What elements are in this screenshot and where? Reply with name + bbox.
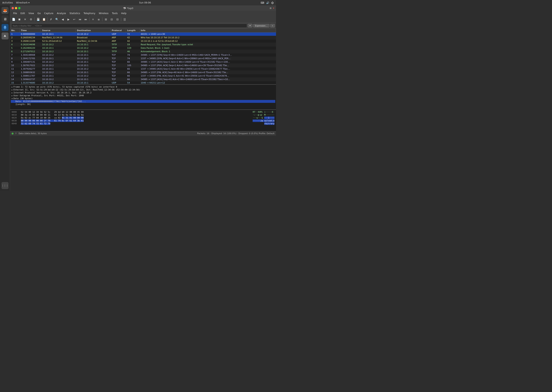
cell-dst: 10.10.10.1: [76, 53, 111, 57]
menu-telephony[interactable]: Telephony: [82, 12, 97, 15]
cell-no: 11: [10, 67, 20, 70]
detail-length-text: [Length: 30]: [15, 103, 31, 105]
app-menu-btn[interactable]: Wireshark ▾: [16, 1, 30, 4]
table-row[interactable]: 101.30791702210.10.10.210.10.10.1TCP1053…: [10, 64, 276, 67]
menu-tools[interactable]: Tools: [110, 12, 119, 15]
menu-view[interactable]: View: [27, 12, 35, 15]
packet-list-header: No. Time Source Destination Protocol Len…: [10, 29, 276, 33]
table-row[interactable]: 60.27158701210.10.10.210.10.10.1TFTP46Ac…: [10, 50, 276, 53]
detail-udp[interactable]: ▶ User Datagram Protocol, Src Port: 4415…: [11, 94, 275, 97]
table-row[interactable]: 50.26248422010.10.10.110.10.10.2TFTP119D…: [10, 46, 276, 50]
cell-time: 1.304148908: [20, 53, 41, 57]
toolbar-export[interactable]: 📋: [41, 17, 47, 22]
menu-go[interactable]: Go: [36, 12, 42, 15]
cell-src: 10.10.10.1: [41, 74, 76, 77]
sidebar-icon-terminal[interactable]: 🖥: [1, 15, 8, 22]
cell-src: 10.10.10.1: [41, 33, 76, 36]
packet-detail: ▶ Frame 1: 72 bytes on wire (576 bits), …: [10, 85, 276, 110]
cell-no: 13: [10, 74, 20, 77]
table-row[interactable]: 71.30414890810.10.10.210.10.10.1TCP74349…: [10, 53, 276, 57]
table-row[interactable]: 121.30889363210.10.10.210.10.10.1TCP6634…: [10, 71, 276, 74]
cell-proto: TCP: [111, 53, 126, 57]
cell-info: 34985 → 1337 [FIN, ACK] Seq=40 Ack=1 Win…: [140, 71, 276, 74]
toolbar-zoom-in[interactable]: ⊟: [109, 17, 114, 22]
cell-len: 46: [126, 50, 140, 53]
detail-ethernet[interactable]: ▶ Ethernet II, Src: 52:5c:29:bd:b9:12 (5…: [11, 88, 275, 91]
toolbar-first-packet[interactable]: ⏮: [77, 17, 83, 22]
detail-data[interactable]: ▼ Data (30 bytes): [11, 97, 275, 100]
add-filter-button[interactable]: +: [270, 24, 275, 28]
menubar: File Edit View Go Capture Analyze Statis…: [10, 11, 276, 16]
cell-src: 10.10.10.1: [41, 57, 76, 60]
filter-input[interactable]: [11, 24, 247, 28]
menu-analyze[interactable]: Analyze: [55, 12, 67, 15]
hex-offset-1: 0010: [12, 114, 18, 116]
toolbar-find-packet[interactable]: 🔍: [54, 17, 60, 22]
hex-line-4: 0040 72 62 69 74 72 61 72 79 rbitrary: [12, 122, 274, 125]
menu-wireless[interactable]: Wireless: [97, 12, 110, 15]
detail-frame[interactable]: ▶ Frame 1: 72 bytes on wire (576 bits), …: [11, 85, 275, 88]
toolbar-statistics[interactable]: |||: [122, 17, 127, 22]
menu-edit[interactable]: Edit: [19, 12, 27, 15]
maximize-button[interactable]: [18, 7, 21, 9]
table-row[interactable]: 131.30891178710.10.10.110.10.10.2TCP6613…: [10, 74, 276, 78]
cell-info: 34985 → 1337 [SYN] Seq=0 Win=14600 Len=0…: [140, 53, 276, 57]
minimize-button[interactable]: [15, 7, 17, 9]
toolbar-new[interactable]: 📄: [11, 17, 16, 22]
sidebar-icon-grid[interactable]: ⋮⋮⋮: [1, 182, 8, 189]
detail-ip[interactable]: ▶ Internet Protocol Version 4, Src: 10.1…: [11, 91, 275, 94]
cell-time: 1.304172705: [20, 57, 41, 60]
cell-no: 3: [10, 39, 20, 43]
hex-ascii-3: ······/p ayload;a: [253, 119, 274, 122]
table-row[interactable]: 30.26061110952:5c:29:bd:b9:12RealTekU_12…: [10, 39, 276, 43]
menu-file[interactable]: File: [12, 12, 19, 15]
toolbar-save[interactable]: 💾: [35, 17, 41, 22]
table-row[interactable]: 81.30417270510.10.10.110.10.10.2TCP74133…: [10, 57, 276, 60]
sidebar-icon-firefox[interactable]: 🦊: [1, 7, 8, 14]
table-row[interactable]: 40.26203469810.10.10.210.10.10.1TFTP59Re…: [10, 43, 276, 46]
detail-frame-text: Frame 1: 72 bytes on wire (576 bits), 72…: [13, 86, 117, 88]
cell-proto: UDP: [111, 33, 126, 36]
status-filter-btn[interactable]: ⚐: [15, 132, 17, 135]
toolbar-last-packet[interactable]: ⏭: [83, 17, 89, 22]
table-row[interactable]: 141.30960273710.10.10.210.10.10.1TCP6634…: [10, 78, 276, 81]
sidebar-icon-wireshark[interactable]: [1, 24, 8, 31]
table-row[interactable]: 151.31337468010.10.10.210.10.10.1UDP5410…: [10, 81, 276, 85]
hex-bytes-2: 0a 02 ac 77 04 10 00 26 ca 02 01 31 01 0…: [21, 117, 250, 119]
expression-button[interactable]: Expression…: [253, 24, 269, 28]
detail-data-value[interactable]: Data: 013101000000000000000002f70617960f…: [11, 100, 275, 103]
toolbar-go-to-packet[interactable]: ↩: [71, 17, 77, 22]
toolbar-find-close[interactable]: ✗: [48, 17, 54, 22]
table-row[interactable]: 91.30648713110.10.10.210.10.10.1TCP66349…: [10, 60, 276, 64]
detail-length: [Length: 30]: [11, 103, 275, 106]
toolbar-go-back[interactable]: ◀: [60, 17, 65, 22]
hex-ascii-1: ·:··@·@· M·······: [253, 114, 274, 116]
col-time: Time: [20, 29, 41, 32]
sidebar: 🦊 🖥 A ⋮⋮⋮: [0, 5, 10, 191]
cell-src: 10.10.10.2: [41, 78, 76, 81]
table-row[interactable]: 111.30792627710.10.10.110.10.10.2TCP6613…: [10, 67, 276, 71]
menu-capture[interactable]: Capture: [42, 12, 55, 15]
sidebar-icon-appfinder[interactable]: A: [1, 33, 8, 39]
toolbar-close[interactable]: ✕: [22, 17, 28, 22]
cell-dst: 10.10.10.2: [76, 57, 111, 60]
hex-line-1: 0010 00 3a c5 89 40 00 40 11 4d 13 0a 0a…: [12, 113, 274, 116]
toolbar-open[interactable]: ⏹: [17, 17, 22, 22]
toolbar-preferences[interactable]: ⚙: [28, 17, 34, 22]
filter-dropdown[interactable]: ▾: [248, 24, 252, 28]
col-source: Source: [41, 29, 76, 32]
toolbar-go-forward[interactable]: ▶: [66, 17, 71, 22]
table-row[interactable]: 20.260599234RealTekU_12:34:56BroadcastAR…: [10, 36, 276, 39]
toolbar-scroll[interactable]: ≣: [96, 17, 101, 22]
keyboard-icon: ⌨: [260, 1, 264, 4]
filterbar: ▾ Expression… +: [10, 23, 276, 29]
cell-src: 10.10.10.2: [41, 53, 76, 57]
close-button[interactable]: [12, 7, 14, 9]
toolbar-colorize[interactable]: ⊞: [103, 17, 109, 22]
toolbar-autoscroll[interactable]: ≡: [90, 17, 96, 22]
menu-statistics[interactable]: Statistics: [68, 12, 82, 15]
activities-btn[interactable]: Activities: [2, 1, 13, 4]
toolbar-zoom-out[interactable]: ⊟: [115, 17, 120, 22]
table-row[interactable]: 10.00000000010.10.10.110.10.10.2UDP72441…: [10, 33, 276, 36]
menu-help[interactable]: Help: [120, 12, 128, 15]
